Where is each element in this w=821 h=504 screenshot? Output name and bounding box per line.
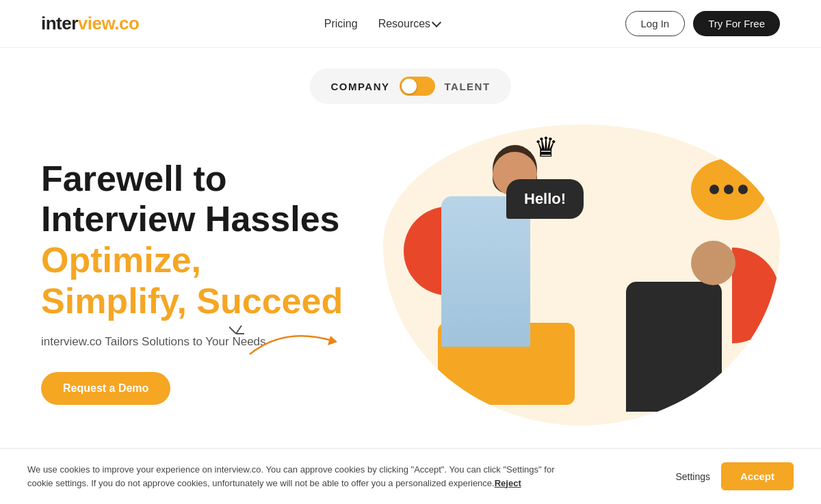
man-body	[626, 282, 722, 412]
chevron-down-icon	[432, 18, 441, 27]
nav-actions: Log In Try For Free	[625, 11, 781, 36]
chat-dots	[709, 185, 748, 194]
man-head	[691, 241, 735, 285]
logo-text-part2: view	[78, 13, 114, 34]
hero-title: Farewell to Interview Hassles Optimize, …	[41, 159, 343, 322]
nav-pricing[interactable]: Pricing	[324, 18, 358, 30]
cookie-text: We use cookies to improve your experienc…	[27, 463, 575, 490]
nav-links: Pricing Resources	[324, 18, 440, 30]
cookie-banner: We use cookies to improve your experienc…	[0, 448, 821, 504]
chat-dot-2	[724, 185, 733, 194]
svg-marker-3	[328, 336, 337, 345]
cookie-actions: Settings Accept	[675, 462, 794, 490]
dots-chat-bubble	[691, 159, 766, 220]
red-half-shape	[732, 248, 780, 343]
settings-button[interactable]: Settings	[675, 471, 710, 482]
try-free-button[interactable]: Try For Free	[693, 11, 780, 36]
company-label: COMPANY	[330, 81, 389, 92]
logo-text-part1: inter	[41, 13, 78, 34]
talent-label: TALENT	[445, 81, 491, 92]
navbar: interview.co Pricing Resources Log In Tr…	[0, 0, 821, 48]
logo-text-part3: .co	[114, 13, 139, 34]
nav-resources[interactable]: Resources	[378, 18, 440, 30]
login-button[interactable]: Log In	[625, 11, 686, 36]
svg-line-1	[236, 326, 242, 334]
hero-background: Hello! ♛	[383, 124, 780, 425]
toggle-knob	[402, 79, 417, 94]
svg-line-0	[229, 327, 236, 334]
crown-icon: ♛	[534, 131, 558, 163]
hero-section: Farewell to Interview Hassles Optimize, …	[0, 111, 821, 439]
chat-dot-3	[738, 185, 748, 194]
toggle-section: COMPANY TALENT	[0, 48, 821, 111]
logo[interactable]: interview.co	[41, 13, 139, 34]
man-figure	[609, 234, 739, 425]
demo-button[interactable]: Request a Demo	[41, 372, 170, 405]
toggle-pill: COMPANY TALENT	[310, 68, 510, 104]
accept-button[interactable]: Accept	[721, 462, 794, 490]
arrow-decoration	[229, 313, 339, 371]
woman-body	[441, 196, 530, 347]
hello-chat-bubble: Hello!	[506, 179, 584, 219]
hero-image: Hello! ♛	[369, 124, 780, 439]
chat-dot-1	[709, 185, 719, 194]
company-talent-toggle[interactable]	[400, 77, 435, 96]
reject-link[interactable]: Reject	[495, 478, 521, 488]
